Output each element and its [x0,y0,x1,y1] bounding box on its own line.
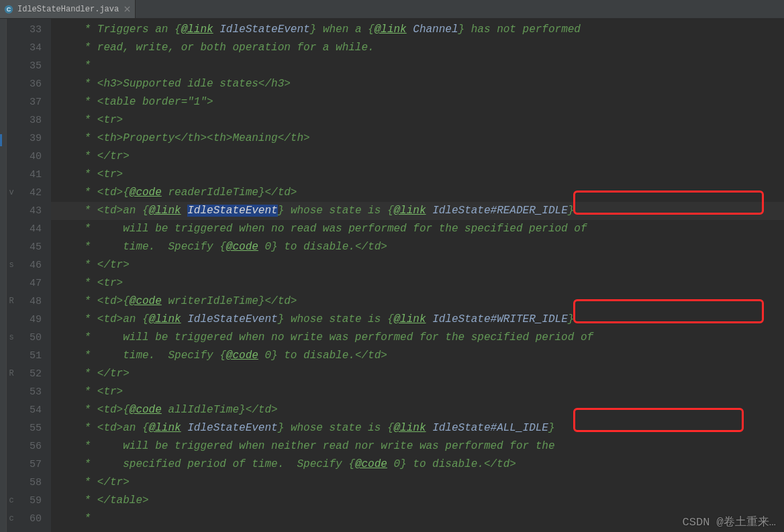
structure-letter [7,166,16,184]
java-class-icon: C [4,5,13,14]
line-number: 47 [16,274,51,292]
line-number: 49 [16,311,51,329]
code-line[interactable]: * <td>{@code writerIdleTime}</td> [51,292,784,311]
code-line[interactable]: * </tr> [51,256,784,274]
code-line[interactable]: * <tr> [51,383,784,401]
code-line[interactable]: * </tr> [51,474,784,492]
line-number: 60 [16,510,51,528]
token-doctag: @code [355,458,387,470]
structure-letter [7,383,16,401]
code-line[interactable]: * Triggers an {@link IdleStateEvent} whe… [51,21,784,39]
line-number: 58 [16,474,51,492]
token-doc: } when a { [310,23,375,36]
line-number: 39 [16,129,51,148]
line-number: 48 [16,292,51,311]
token-doc: * </tr> [78,150,130,162]
token-doc [181,313,188,325]
code-line[interactable]: * <h3>Supported idle states</h3> [51,75,784,93]
token-doc: 0} to disable.</td> [387,458,516,470]
line-number: 43 [16,202,51,220]
token-doc [426,313,433,325]
code-line[interactable]: * <th>Property</th><th>Meaning</th> [51,129,784,148]
code-line[interactable]: * <td>an {@link IdleStateEvent} whose st… [51,202,784,220]
token-doctag: @link [394,205,426,217]
code-line[interactable]: * <td>{@code allIdleTime}</td> [51,401,784,419]
code-line[interactable]: * specified period of time. Specify {@co… [51,456,784,474]
line-number: 42 [16,184,51,202]
token-doc: * [78,60,91,72]
line-number: 51 [16,347,51,365]
line-number-gutter: 3334353637383940414243444546474849505152… [16,19,51,532]
structure-letter: s [7,256,16,274]
token-doc [181,205,188,217]
token-hl-link: IdleState#READER_IDLE [432,205,568,217]
structure-letter [7,311,16,329]
structure-letter: c [7,492,16,510]
watermark: CSDN @卷土重来… [683,514,776,529]
marker-strip [0,19,7,532]
token-doctag: @link [181,23,213,36]
code-area[interactable]: * Triggers an {@link IdleStateEvent} whe… [51,19,784,532]
code-line[interactable]: * <tr> [51,274,784,292]
token-doc: * <tr> [78,114,123,126]
change-marker [0,134,2,146]
editor-tab[interactable]: C IdleStateHandler.java [0,0,136,18]
code-line[interactable]: * <td>an {@link IdleStateEvent} whose st… [51,311,784,329]
token-doc [426,205,433,217]
code-line[interactable]: * [51,57,784,75]
code-line[interactable]: * </tr> [51,148,784,166]
code-line[interactable]: * </tr> [51,365,784,383]
code-line[interactable]: * time. Specify {@code 0} to disable.</t… [51,347,784,365]
token-doc: * <table border="1"> [78,96,213,108]
line-number: 44 [16,220,51,238]
code-line[interactable]: * <tr> [51,111,784,129]
line-number: 55 [16,419,51,437]
token-doc: * time. Specify { [78,241,226,253]
token-doc: * </table> [78,494,149,507]
token-doc: * </tr> [78,476,130,488]
code-line[interactable]: * <td>{@code readerIdleTime}</td> [51,184,784,202]
code-line[interactable]: * read, write, or both operation for a w… [51,39,784,57]
structure-gutter: vsRsRcc [7,19,16,532]
svg-text:C: C [7,6,11,13]
token-doc: } whose state is { [278,422,394,434]
token-doctag: @link [394,313,426,325]
code-line[interactable]: * will be triggered when neither read no… [51,437,784,456]
token-doctag: @code [226,350,258,362]
token-doc: * time. Specify { [78,350,226,362]
token-hl-link: IdleStateEvent [219,23,309,36]
token-hl-link: IdleStateEvent [187,422,277,434]
close-icon[interactable] [123,5,131,13]
token-doc: * </tr> [78,259,130,271]
token-doc [213,23,220,36]
code-line[interactable]: * will be triggered when no read was per… [51,220,784,238]
tab-bar: C IdleStateHandler.java [0,0,784,19]
structure-letter [7,148,16,166]
token-doc: } [568,313,575,325]
line-number: 54 [16,401,51,419]
code-line[interactable]: * <table border="1"> [51,93,784,111]
structure-letter: R [7,365,16,383]
token-doc [407,23,413,36]
code-line[interactable]: * <td>an {@link IdleStateEvent} whose st… [51,419,784,437]
token-doc: * Triggers an { [78,23,181,36]
code-line[interactable]: * [51,510,784,528]
token-hl-link: IdleState#WRITER_IDLE [432,313,568,325]
code-line[interactable]: * </table> [51,492,784,510]
token-doc: * <h3>Supported idle states</h3> [78,78,291,90]
code-line[interactable]: * <tr> [51,166,784,184]
line-number: 45 [16,238,51,256]
token-doctag: @link [394,422,426,434]
line-number: 36 [16,75,51,93]
structure-letter [7,93,16,111]
code-line[interactable]: * time. Specify {@code 0} to disable.</t… [51,238,784,256]
token-hl-link: IdleStateEvent [187,313,277,325]
line-number: 52 [16,365,51,383]
structure-letter [7,347,16,365]
code-line[interactable]: * will be triggered when no write was pe… [51,329,784,347]
token-doc: * <td>{ [78,404,130,416]
structure-letter [7,202,16,220]
structure-letter: c [7,510,16,528]
token-doc: 0} to disable.</td> [258,350,387,362]
token-doc [181,422,188,434]
